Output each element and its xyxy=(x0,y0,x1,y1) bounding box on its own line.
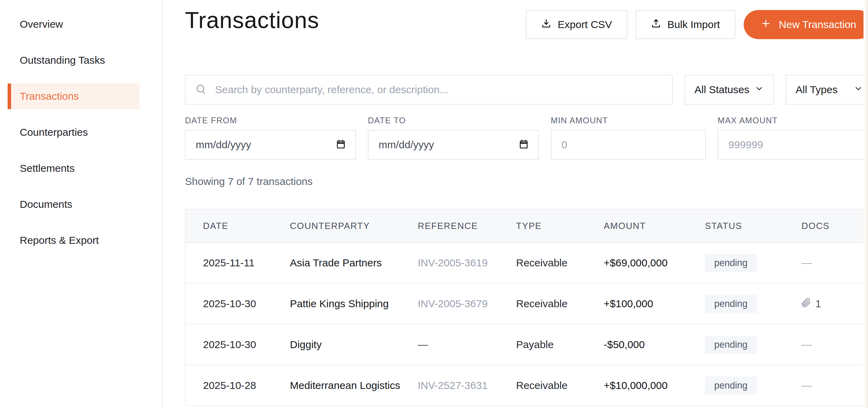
advanced-filters: DATE FROM DATE TO MIN AMOUNT xyxy=(185,116,868,160)
sidebar-item-settlements[interactable]: Settlements xyxy=(8,156,140,181)
date-from-field: DATE FROM xyxy=(185,116,356,160)
search-icon xyxy=(195,83,207,96)
cell-counterparty: Pattie Kings Shipping xyxy=(290,283,418,324)
max-amount-input[interactable] xyxy=(728,139,863,151)
calendar-icon[interactable] xyxy=(519,139,529,151)
column-header-status: STATUS xyxy=(705,209,801,242)
type-filter-select[interactable]: All Types xyxy=(786,75,868,105)
docs-empty: — xyxy=(801,339,812,350)
cell-docs: — xyxy=(801,365,868,406)
cell-reference: INV-2527-3631 xyxy=(418,365,516,406)
date-to-field: DATE TO xyxy=(368,116,539,160)
sidebar-item-label: Documents xyxy=(20,198,72,210)
new-transaction-button[interactable]: New Transaction xyxy=(744,10,868,39)
docs-empty: — xyxy=(801,380,812,391)
table-header-row: DATECOUNTERPARTYREFERENCETYPEAMOUNTSTATU… xyxy=(185,209,868,242)
sidebar-item-transactions[interactable]: Transactions xyxy=(8,83,140,109)
cell-reference: INV-2005-3619 xyxy=(418,242,516,283)
cell-amount: +$10,000,000 xyxy=(604,365,705,406)
cell-docs: — xyxy=(801,324,868,365)
chevron-down-icon xyxy=(854,84,863,96)
column-header-reference: REFERENCE xyxy=(418,209,516,242)
cell-type: Receivable xyxy=(516,283,604,324)
status-filter-select[interactable]: All Statuses xyxy=(684,75,774,105)
sidebar-item-reports-export[interactable]: Reports & Export xyxy=(8,228,140,253)
sidebar-item-label: Settlements xyxy=(20,162,74,174)
date-to-input[interactable] xyxy=(378,139,513,151)
status-badge: pending xyxy=(705,295,757,313)
column-header-counterparty: COUNTERPARTY xyxy=(290,209,418,242)
search-box xyxy=(185,75,673,105)
cell-reference: INV-2005-3679 xyxy=(418,283,516,324)
paperclip-icon xyxy=(801,298,811,310)
bulk-import-button[interactable]: Bulk Import xyxy=(636,10,735,39)
table-row[interactable]: 2025-10-28 Mediterranean Logistics INV-2… xyxy=(185,365,868,406)
cell-docs: — xyxy=(801,242,868,283)
sidebar-item-documents[interactable]: Documents xyxy=(8,192,140,217)
cell-date: 2025-10-28 xyxy=(185,365,290,406)
status-badge: pending xyxy=(705,336,757,354)
sidebar-item-overview[interactable]: Overview xyxy=(8,11,140,37)
min-amount-field: MIN AMOUNT xyxy=(551,116,706,160)
sidebar-item-label: Transactions xyxy=(20,90,79,102)
main-content: Transactions Export CSV Bulk Import New … xyxy=(163,0,868,408)
cell-counterparty: Mediterranean Logistics xyxy=(290,365,418,406)
table-row[interactable]: 2025-10-30 Diggity — Payable -$50,000 pe… xyxy=(185,324,868,365)
table-row[interactable]: 2025-11-11 Asia Trade Partners INV-2005-… xyxy=(185,242,868,283)
max-amount-field: MAX AMOUNT xyxy=(718,116,868,160)
docs-attachment[interactable]: 1 xyxy=(801,298,821,310)
cell-amount: -$50,000 xyxy=(604,324,705,365)
export-csv-label: Export CSV xyxy=(558,19,612,30)
cell-status: pending xyxy=(705,324,801,365)
column-header-amount: AMOUNT xyxy=(604,209,705,242)
max-amount-label: MAX AMOUNT xyxy=(718,116,868,125)
cell-counterparty: Diggity xyxy=(290,324,418,365)
date-from-input[interactable] xyxy=(195,139,330,151)
results-summary: Showing 7 of 7 transactions xyxy=(185,176,868,187)
type-filter-value: All Types xyxy=(796,84,838,96)
cell-type: Receivable xyxy=(516,242,604,283)
new-transaction-label: New Transaction xyxy=(779,19,856,30)
bulk-import-label: Bulk Import xyxy=(667,19,720,30)
date-to-label: DATE TO xyxy=(368,116,539,125)
cell-reference: — xyxy=(418,324,516,365)
column-header-date: DATE xyxy=(185,209,290,242)
transactions-table: DATECOUNTERPARTYREFERENCETYPEAMOUNTSTATU… xyxy=(185,209,868,406)
sidebar-item-label: Reports & Export xyxy=(20,234,99,246)
calendar-icon[interactable] xyxy=(336,139,346,151)
sidebar-item-counterparties[interactable]: Counterparties xyxy=(8,119,140,145)
table-row[interactable]: 2025-10-30 Pattie Kings Shipping INV-200… xyxy=(185,283,868,324)
download-icon xyxy=(541,18,551,31)
search-input[interactable] xyxy=(214,83,663,96)
sidebar-item-label: Outstanding Tasks xyxy=(20,54,105,66)
cell-type: Receivable xyxy=(516,365,604,406)
cell-status: pending xyxy=(705,283,801,324)
chevron-down-icon xyxy=(755,84,764,96)
sidebar: Overview Outstanding Tasks Transactions … xyxy=(0,0,163,408)
page-title: Transactions xyxy=(185,7,319,33)
cell-amount: +$69,000,000 xyxy=(604,242,705,283)
cell-date: 2025-11-11 xyxy=(185,242,290,283)
column-header-type: TYPE xyxy=(516,209,604,242)
plus-icon xyxy=(760,18,771,32)
sidebar-item-label: Overview xyxy=(20,18,63,30)
cell-status: pending xyxy=(705,365,801,406)
upload-icon xyxy=(651,18,661,31)
cell-status: pending xyxy=(705,242,801,283)
cell-date: 2025-10-30 xyxy=(185,324,290,365)
status-badge: pending xyxy=(705,254,757,272)
cell-amount: +$100,000 xyxy=(604,283,705,324)
status-badge: pending xyxy=(705,376,757,395)
sidebar-item-outstanding-tasks[interactable]: Outstanding Tasks xyxy=(8,47,140,73)
status-filter-value: All Statuses xyxy=(694,84,749,96)
export-csv-button[interactable]: Export CSV xyxy=(526,10,627,39)
sidebar-item-label: Counterparties xyxy=(20,126,88,138)
page-header: Transactions Export CSV Bulk Import New … xyxy=(185,5,868,39)
cell-docs: 1 xyxy=(801,283,868,324)
min-amount-input[interactable] xyxy=(561,139,696,151)
docs-empty: — xyxy=(801,257,812,268)
sidebar-nav: Overview Outstanding Tasks Transactions … xyxy=(0,11,162,253)
cell-date: 2025-10-30 xyxy=(185,283,290,324)
min-amount-label: MIN AMOUNT xyxy=(551,116,706,125)
cell-type: Payable xyxy=(516,324,604,365)
